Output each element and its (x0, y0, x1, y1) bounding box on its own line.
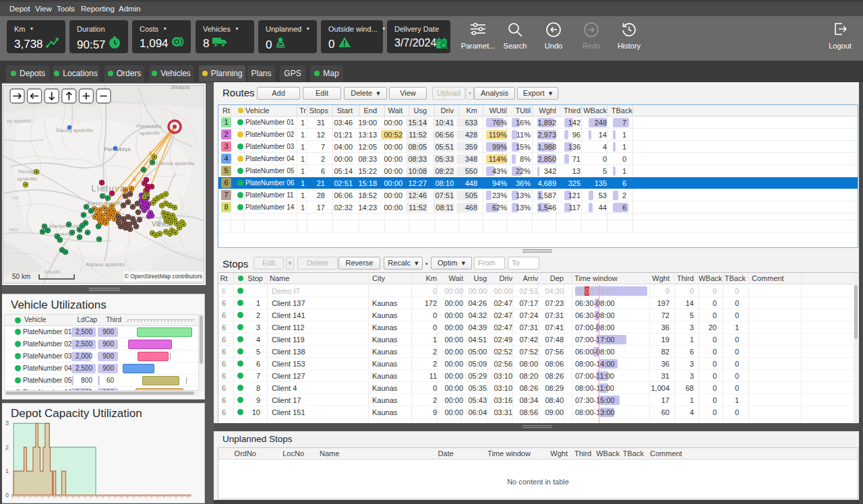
svg-text:Šiaulių apskritis: Šiaulių apskritis (55, 127, 93, 133)
svg-text:Panevėžio: Panevėžio (136, 123, 162, 129)
svg-text:Alytaus apskritis: Alytaus apskritis (86, 261, 125, 267)
svg-text:Kauno apskritis: Kauno apskritis (88, 200, 125, 206)
svg-text:© OpenStreetMap contributors: © OpenStreetMap contributors (125, 273, 202, 280)
svg-text:3: 3 (5, 420, 9, 427)
svg-text:50 km: 50 km (12, 273, 30, 280)
svg-text:Panevėžys: Panevėžys (104, 146, 130, 152)
svg-text:apskritis: apskritis (17, 176, 36, 182)
svg-text:2: 2 (5, 444, 9, 451)
svg-text:Utenos apskritis: Utenos apskritis (156, 160, 195, 166)
svg-text:0: 0 (5, 492, 9, 499)
svg-text:Marijampolės: Marijampolės (49, 223, 82, 229)
svg-text:ПСК: ПСК (12, 196, 19, 200)
svg-text:šiy apskritis: šiy apskritis (7, 119, 32, 124)
svg-text:Suwałki: Suwałki (44, 270, 61, 274)
svg-text:apskritis: apskritis (140, 130, 159, 136)
svg-text:Jēkabpils: Jēkabpils (171, 86, 191, 90)
svg-text:ОФСК: ОФСК (9, 228, 18, 232)
svg-text:1: 1 (5, 468, 9, 474)
